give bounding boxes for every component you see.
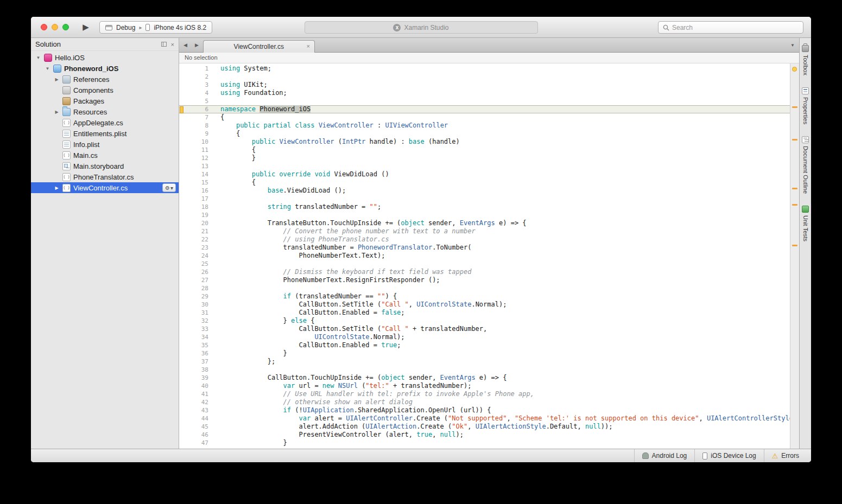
dock-tab-properties[interactable]: Properties xyxy=(802,87,809,124)
line-number[interactable]: 33 xyxy=(179,325,213,333)
line-number[interactable]: 19 xyxy=(179,211,213,219)
task-marker[interactable] xyxy=(792,139,797,141)
code-line[interactable]: 35 CallButton.Enabled = true; xyxy=(179,341,790,349)
forward-button[interactable]: ▶ xyxy=(195,42,199,48)
run-button[interactable]: ▶ xyxy=(79,21,93,33)
close-pad-icon[interactable]: × xyxy=(171,41,174,48)
tree-item-phoneword-ios[interactable]: ▼Phoneword_iOS xyxy=(31,63,179,74)
line-number[interactable]: 41 xyxy=(179,390,213,398)
line-number[interactable]: 22 xyxy=(179,235,213,244)
code-line[interactable]: 21 // Convert the phone number with text… xyxy=(179,227,790,235)
code-line[interactable]: 46 PresentViewController (alert, true, n… xyxy=(179,431,790,439)
tab-viewcontroller[interactable]: ViewController.cs × xyxy=(203,40,315,53)
code-line[interactable]: 20 TranslateButton.TouchUpInside += (obj… xyxy=(179,219,790,227)
line-number[interactable]: 20 xyxy=(179,219,213,227)
line-number[interactable]: 36 xyxy=(179,349,213,358)
line-number[interactable]: 31 xyxy=(179,309,213,317)
code-line[interactable]: 29 if (translatedNumber == "") { xyxy=(179,292,790,301)
dock-pad-icon[interactable] xyxy=(161,42,167,47)
line-number[interactable]: 15 xyxy=(179,178,213,187)
line-number[interactable]: 28 xyxy=(179,284,213,292)
tree-item-phonetranslator-cs[interactable]: PhoneTranslator.cs xyxy=(31,171,179,182)
task-marker[interactable] xyxy=(792,245,797,246)
line-number[interactable]: 4 xyxy=(179,89,213,97)
code-line[interactable]: 22 // using PhoneTranslator.cs xyxy=(179,235,790,244)
code-line[interactable]: 24 PhoneNumberText.Text); xyxy=(179,252,790,260)
disclosure-closed-icon[interactable]: ▶ xyxy=(54,110,60,114)
disclosure-open-icon[interactable]: ▼ xyxy=(45,66,50,71)
line-number[interactable]: 12 xyxy=(179,154,213,162)
code-line[interactable]: 42 // otherwise show an alert dialog xyxy=(179,398,790,406)
close-tab-icon[interactable]: × xyxy=(306,43,309,49)
code-line[interactable]: 4using Foundation; xyxy=(179,89,790,97)
line-number[interactable]: 43 xyxy=(179,406,213,414)
line-number[interactable]: 6 xyxy=(179,105,213,113)
code-line[interactable]: 44 var alert = UIAlertController.Create … xyxy=(179,414,790,423)
code-line[interactable]: 2 xyxy=(179,73,790,81)
zoom-window-button[interactable] xyxy=(62,24,69,30)
line-number[interactable]: 30 xyxy=(179,301,213,309)
status-button-ios-device-log[interactable]: iOS Device Log xyxy=(694,449,763,462)
code-line[interactable]: 26 // Dismiss the keyboard if text field… xyxy=(179,268,790,276)
scheme-selector[interactable]: Debug ▸ iPhone 4s iOS 8.2 xyxy=(99,21,212,34)
code-line[interactable]: 12 } xyxy=(179,154,790,162)
tree-item-main-storyboard[interactable]: Main.storyboard xyxy=(31,161,179,171)
code-line[interactable]: 45 alert.AddAction (UIAlertAction.Create… xyxy=(179,423,790,431)
tree-item-hello-ios[interactable]: ▼Hello.iOS xyxy=(31,52,179,63)
code-line[interactable]: 43 if (!UIApplication.SharedApplication.… xyxy=(179,406,790,414)
back-button[interactable]: ◀ xyxy=(183,42,187,48)
tree-item-packages[interactable]: Packages xyxy=(31,95,179,106)
line-number[interactable]: 1 xyxy=(179,65,213,73)
code-line[interactable]: 40 var url = new NSUrl ("tel:" + transla… xyxy=(179,382,790,390)
line-number[interactable]: 26 xyxy=(179,268,213,276)
tree-item-entitlements-plist[interactable]: Entitlements.plist xyxy=(31,128,179,139)
line-number[interactable]: 11 xyxy=(179,146,213,154)
status-button-android-log[interactable]: Android Log xyxy=(634,449,695,462)
analysis-status-icon[interactable] xyxy=(792,67,797,72)
line-number[interactable]: 14 xyxy=(179,170,213,178)
tree-item-main-cs[interactable]: Main.cs xyxy=(31,150,179,161)
code-line[interactable]: 10 public ViewController (IntPtr handle)… xyxy=(179,138,790,146)
code-line[interactable]: 38 xyxy=(179,366,790,374)
tree-item-components[interactable]: Components xyxy=(31,85,179,95)
code-line[interactable]: 1using System; xyxy=(179,65,790,73)
line-number[interactable]: 17 xyxy=(179,195,213,203)
line-number[interactable]: 32 xyxy=(179,317,213,325)
code-line[interactable]: 28 xyxy=(179,284,790,292)
line-number[interactable]: 21 xyxy=(179,227,213,235)
line-number[interactable]: 3 xyxy=(179,81,213,89)
code-editor[interactable]: 1using System;23using UIKit;4using Found… xyxy=(179,63,799,449)
code-line[interactable]: 13 xyxy=(179,162,790,170)
item-options-button[interactable]: ⚙▾ xyxy=(162,183,176,192)
line-number[interactable]: 34 xyxy=(179,333,213,341)
dock-tab-document-outline[interactable]: Document Outline xyxy=(802,136,809,194)
line-number[interactable]: 47 xyxy=(179,439,213,447)
code-line[interactable]: 18 string translatedNumber = ""; xyxy=(179,203,790,211)
close-window-button[interactable] xyxy=(41,24,47,30)
task-marker[interactable] xyxy=(792,204,797,206)
line-number[interactable]: 40 xyxy=(179,382,213,390)
code-line[interactable]: 14 public override void ViewDidLoad () xyxy=(179,170,790,178)
status-button-errors[interactable]: ⚠Errors xyxy=(764,449,807,462)
tab-list-dropdown-icon[interactable]: ▼ xyxy=(786,43,799,48)
dock-tab-unit-tests[interactable]: Unit Tests xyxy=(802,206,809,241)
line-number[interactable]: 37 xyxy=(179,358,213,366)
line-number[interactable]: 23 xyxy=(179,244,213,252)
line-number[interactable]: 44 xyxy=(179,414,213,423)
line-number[interactable]: 5 xyxy=(179,97,213,105)
code-line[interactable]: 17 xyxy=(179,195,790,203)
code-line[interactable]: 7{ xyxy=(179,113,790,122)
task-marker[interactable] xyxy=(792,106,797,108)
line-number[interactable]: 10 xyxy=(179,138,213,146)
search-field[interactable]: Search xyxy=(658,21,803,34)
code-line[interactable]: 8 public partial class ViewController : … xyxy=(179,122,790,130)
code-line[interactable]: 6namespace Phoneword_iOS xyxy=(179,105,790,113)
code-line[interactable]: 23 translatedNumber = PhonewordTranslato… xyxy=(179,244,790,252)
tree-item-info-plist[interactable]: Info.plist xyxy=(31,139,179,150)
line-number[interactable]: 29 xyxy=(179,292,213,301)
code-line[interactable]: 16 base.ViewDidLoad (); xyxy=(179,187,790,195)
code-line[interactable]: 37 }; xyxy=(179,358,790,366)
tree-item-viewcontroller-cs[interactable]: ▶ViewController.cs⚙▾ xyxy=(31,182,179,193)
minimize-window-button[interactable] xyxy=(52,24,58,30)
code-line[interactable]: 25 xyxy=(179,260,790,268)
